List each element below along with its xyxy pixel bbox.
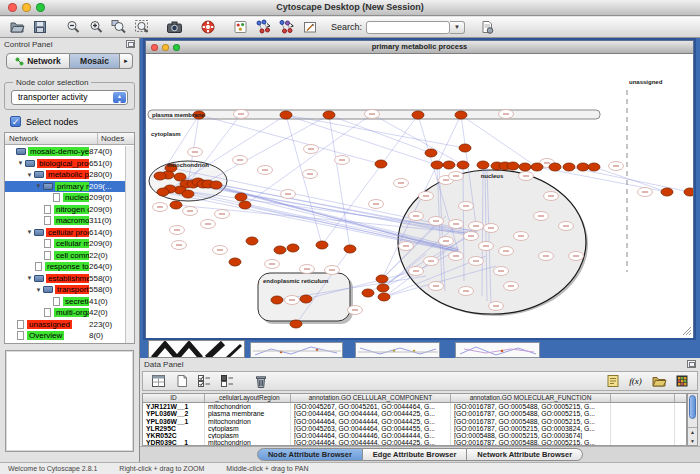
file-icon (44, 308, 51, 317)
open-session-button[interactable] (6, 18, 27, 37)
formula-builder-icon-button[interactable]: f(x) (625, 372, 646, 391)
table-row[interactable]: YPL036W__2plasma membrane[GO:0044464, GO… (143, 410, 686, 417)
new-attribute-icon-button[interactable] (171, 372, 192, 391)
tree-row[interactable]: unassigned223(0) (5, 319, 125, 331)
svg-text:cytoplasm: cytoplasm (151, 131, 181, 137)
annotation-button[interactable] (299, 18, 320, 37)
svg-text:nucleus: nucleus (481, 173, 504, 179)
tree-row[interactable]: ▼biological_process651(0) (5, 158, 125, 170)
scrollbar-arrows-icon[interactable]: ▲▼ (688, 427, 697, 445)
float-data-panel-icon[interactable] (687, 360, 696, 368)
data-panel-title: Data Panel (140, 358, 700, 371)
layout-b-button[interactable] (276, 18, 297, 37)
browser-tabs: Node Attribute BrowserEdge Attribute Bro… (140, 446, 700, 462)
tab-node-attribute-browser[interactable]: Node Attribute Browser (257, 448, 363, 461)
node-color-selection-legend: Node color selection (13, 78, 91, 87)
float-panel-icon[interactable] (126, 40, 135, 48)
network-window-lights (151, 44, 180, 51)
window-thumbnail[interactable] (250, 342, 343, 358)
network-view-window[interactable]: primary metabolic process plasma membran… (145, 40, 694, 338)
search-config-button[interactable] (476, 18, 497, 37)
tree-row[interactable]: cellular metabo209(0) (5, 238, 125, 250)
attribute-table-header: ID_cellularLayoutRegionannotation.GO CEL… (143, 394, 686, 403)
table-row[interactable]: YKR052Ccytoplasm[GO:0044464, GO:0044446,… (143, 432, 686, 439)
tree-row[interactable]: ▼metabolic process280(0) (5, 169, 125, 181)
snapshot-camera-button[interactable] (164, 18, 185, 37)
data-panel-toolbar: f(x) (142, 371, 698, 391)
net-close-button[interactable] (151, 44, 158, 51)
minimize-button[interactable] (22, 3, 31, 12)
tree-row[interactable]: nucleobase-209(0) (5, 192, 125, 204)
dropdown-stepper-icon: ▲▼ (113, 92, 126, 103)
network-canvas[interactable]: plasma membranecytoplasmmitochondrionnuc… (146, 54, 693, 338)
tree-row[interactable]: ▼primary metabo209(... (5, 181, 125, 193)
attribute-table-icon-button[interactable] (148, 372, 169, 391)
tree-row[interactable]: secretion41(0) (5, 296, 125, 308)
network-tree-header: Network Nodes (5, 133, 134, 145)
tab-network-attribute-browser[interactable]: Network Attribute Browser (467, 448, 583, 461)
file-icon (17, 320, 24, 329)
table-row[interactable]: YLR295Ccytoplasm[GO:0045263, GO:0044464,… (143, 425, 686, 432)
attribute-table[interactable]: ID_cellularLayoutRegionannotation.GO CEL… (142, 393, 687, 446)
help-lifering-button[interactable] (197, 18, 218, 37)
window-thumbnail[interactable] (455, 342, 540, 358)
folder-icon (43, 183, 53, 190)
tree-row[interactable]: cell communicat22(0) (5, 250, 125, 262)
zoom-button[interactable] (36, 3, 45, 12)
main-toolbar: Search: ▼ (0, 17, 700, 38)
tree-row[interactable]: mosaic-demo-yeast874(0) (5, 146, 125, 158)
search-input[interactable] (366, 21, 450, 34)
tree-scrollbar[interactable] (125, 146, 134, 343)
tree-row[interactable]: ▼transport558(0) (5, 284, 125, 296)
layout-a-button[interactable] (253, 18, 274, 37)
select-all-attributes-icon-button[interactable] (194, 372, 215, 391)
unselect-all-attributes-icon-button[interactable] (217, 372, 238, 391)
svg-text:endoplasmic reticulum: endoplasmic reticulum (263, 278, 328, 284)
tab-network[interactable]: Network (6, 53, 70, 69)
birds-eye-view[interactable] (5, 350, 134, 452)
save-session-button[interactable] (29, 18, 50, 37)
tree-row[interactable]: Overview8(0) (5, 330, 125, 342)
net-zoom-button[interactable] (173, 44, 180, 51)
network-window-titlebar[interactable]: primary metabolic process (146, 41, 693, 54)
file-icon (17, 331, 24, 340)
resize-grip-icon[interactable] (683, 327, 692, 336)
scrollbar-thumb[interactable] (689, 395, 696, 419)
tab-mosaic[interactable]: Mosaic (70, 53, 120, 69)
attribute-table-scrollbar[interactable]: ▲▼ (687, 393, 698, 446)
control-panel-tabs: Network Mosaic ► (6, 53, 133, 69)
tree-row[interactable]: multi-organism pro42(0) (5, 307, 125, 319)
window-thumbnail[interactable] (355, 342, 440, 358)
search-dropdown-button[interactable]: ▼ (450, 21, 465, 34)
zoom-in-button[interactable] (85, 18, 106, 37)
tree-row[interactable]: macromolecule311(0) (5, 215, 125, 227)
zoom-out-button[interactable] (62, 18, 83, 37)
tree-row[interactable]: response to stimulu264(0) (5, 261, 125, 273)
table-row[interactable]: YPL036W__1mitochondrion[GO:0044464, GO:0… (143, 418, 686, 425)
status-text: Right-click + drag to ZOOM (119, 465, 204, 472)
import-attributes-folder-icon-button[interactable] (648, 372, 669, 391)
tree-row[interactable]: nitrogen compo209(0) (5, 204, 125, 216)
net-minimize-button[interactable] (162, 44, 169, 51)
vizmapper-icon-button[interactable] (230, 18, 251, 37)
window-titlebar[interactable]: Cytoscape Desktop (New Session) (0, 0, 700, 16)
zoom-fit-button[interactable] (131, 18, 152, 37)
tab-overflow-arrow[interactable]: ► (120, 53, 133, 69)
table-row[interactable]: YJR121W__1mitochondrion[GO:0045267, GO:0… (143, 403, 686, 410)
folder-icon (43, 286, 53, 293)
matrix-grid-icon-button[interactable] (671, 372, 692, 391)
select-nodes-checkbox[interactable]: ✓ (10, 116, 21, 127)
attribute-notes-icon-button[interactable] (602, 372, 623, 391)
mdi-desktop: primary metabolic process plasma membran… (140, 38, 700, 358)
zoom-selected-region-button[interactable] (108, 18, 129, 37)
delete-attribute-trash-icon-button[interactable] (250, 372, 271, 391)
tree-row[interactable]: ▼establishment of lo558(0) (5, 273, 125, 285)
close-button[interactable] (8, 3, 17, 12)
file-icon (35, 262, 42, 271)
network-window-title: primary metabolic process (146, 41, 693, 53)
node-color-dropdown[interactable]: transporter activity ▲▼ (11, 90, 128, 105)
tree-row[interactable]: ▼cellular process614(0) (5, 227, 125, 239)
tab-edge-attribute-browser[interactable]: Edge Attribute Browser (363, 448, 467, 461)
background-window-logo[interactable] (148, 340, 245, 358)
status-bar: Welcome to Cytoscape 2.8.1Right-click + … (0, 462, 700, 474)
